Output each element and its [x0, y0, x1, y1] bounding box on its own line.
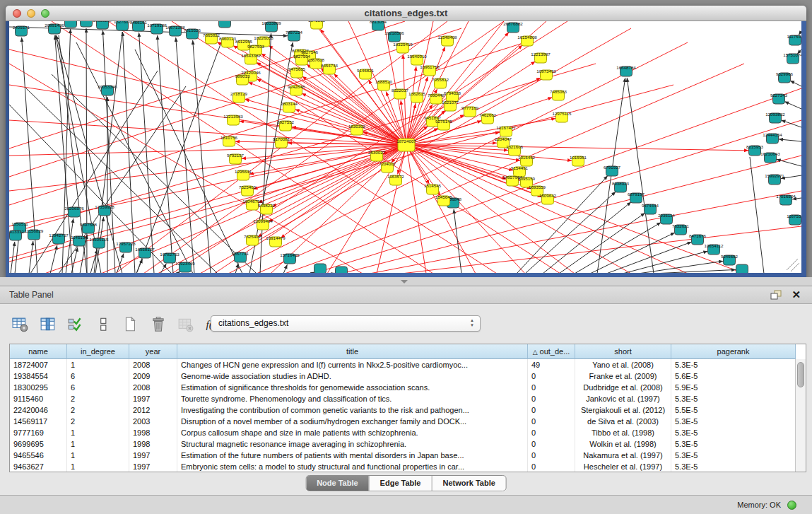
table-row[interactable]: 946362711997Embryonic stem cells: a mode…	[10, 461, 806, 472]
memory-status-label: Memory: OK	[737, 496, 781, 514]
graph-node-label: 9857791	[232, 251, 249, 256]
column-header-name[interactable]: name	[10, 344, 67, 359]
graph-node-label: 15992971	[765, 173, 784, 178]
graph-edge	[370, 191, 801, 273]
graph-node-label: 7632621	[672, 223, 690, 228]
table-cell: Dudbridge et al. (2008)	[575, 382, 671, 393]
split-divider[interactable]	[0, 277, 812, 286]
table-cell: 0	[528, 404, 575, 416]
column-header-year[interactable]: year	[129, 344, 177, 359]
graph-node-label: 17359928	[95, 204, 114, 209]
network-window-title: citations_edges.txt	[6, 6, 806, 21]
graph-node-label: 10654112	[704, 243, 724, 248]
table-cell: 6	[67, 382, 129, 393]
graph-node-label: 20891436	[45, 23, 64, 28]
graph-node[interactable]	[219, 21, 231, 28]
table-cell: 1997	[129, 450, 177, 461]
graph-node-label: 13505115	[89, 237, 109, 242]
network-svg[interactable]: 2405571208914361065525715276078466161107…	[9, 21, 801, 273]
table-panel-body: f(x) citations_edges.txt ▲▼ namein_degre…	[0, 304, 812, 495]
table-row[interactable]: 977716911998Corpus callosum shape and si…	[10, 427, 806, 438]
table-cell: 18724007	[10, 359, 67, 370]
vertical-scrollbar[interactable]	[795, 359, 806, 472]
graph-node-label: 9146821	[357, 68, 375, 73]
graph-node-label: 1163572	[387, 174, 404, 179]
table-cell: 2008	[129, 382, 177, 393]
graph-node-label: 8095159	[518, 176, 536, 181]
graph-node-label: 8912955	[235, 39, 253, 44]
vertical-boxes-icon[interactable]	[94, 315, 112, 334]
table-options-icon[interactable]	[11, 315, 30, 334]
network-window[interactable]: citations_edges.txt 24055712089143610655…	[6, 6, 806, 277]
graph-node[interactable]	[336, 267, 348, 273]
graph-node-label: 8813054	[370, 21, 387, 24]
column-header-short[interactable]: short	[575, 344, 671, 359]
divider-handle-icon[interactable]	[401, 280, 408, 284]
table-cell: Wolkin et al. (1998)	[575, 438, 671, 450]
graph-node-label: 7485063	[550, 89, 567, 94]
network-canvas[interactable]: 2405571208914361065525715276078466161107…	[9, 21, 801, 273]
table-row[interactable]: 911546021997Tourette syndrome. Phenomeno…	[10, 393, 806, 404]
row-selection-icon[interactable]	[66, 315, 85, 334]
table-row[interactable]: 1938455462009Genome-wide association stu…	[10, 370, 806, 382]
table-row[interactable]: 2242004622012Investigating the contribut…	[10, 404, 806, 416]
graph-node[interactable]	[314, 264, 326, 273]
table-cell: 0	[528, 450, 575, 461]
table-selector-dropdown[interactable]: citations_edges.txt ▲▼	[211, 315, 481, 332]
graph-edge	[606, 242, 692, 273]
graph-node-label: 1350511	[11, 221, 28, 226]
scrollbar-thumb[interactable]	[797, 362, 804, 387]
graph-node-label: 7462662	[479, 112, 497, 117]
table-body: 1872400712008Changes of HCN gene express…	[10, 359, 806, 472]
delete-rows-icon[interactable]	[149, 315, 167, 334]
table-row[interactable]: 1830029562008Estimation of significance …	[10, 382, 806, 393]
graph-node-label: 12942757	[49, 233, 69, 238]
graph-node-label: 19218586	[384, 30, 404, 35]
graph-node-label: 9475685	[288, 66, 306, 71]
memory-status-icon[interactable]	[787, 501, 796, 510]
graph-edge	[790, 81, 801, 86]
table-cell: 5.3E-5	[671, 393, 796, 404]
graph-node-label: 16543382	[241, 53, 261, 58]
graph-edge	[139, 33, 154, 273]
tab-edge-table[interactable]: Edge Table	[369, 476, 432, 491]
graph-edge	[281, 145, 406, 238]
float-window-icon[interactable]	[770, 290, 782, 300]
table-cell: 5.3E-5	[671, 427, 796, 438]
table-row[interactable]: 1872400712008Changes of HCN gene express…	[10, 359, 806, 370]
table-cell: Changes of HCN gene expression and I(f) …	[177, 359, 528, 370]
column-header-title[interactable]: title	[177, 344, 528, 359]
tab-network-table[interactable]: Network Table	[431, 476, 505, 491]
network-window-titlebar[interactable]: citations_edges.txt	[6, 6, 806, 21]
table-row[interactable]: 1456911722003Disruption of a novel membe…	[10, 416, 806, 427]
close-panel-icon[interactable]: ✕	[792, 288, 801, 302]
graph-node-label: 1295641	[235, 169, 252, 174]
graph-node-label: 18724007	[396, 139, 416, 144]
column-header-in_degree[interactable]: in_degree	[67, 344, 129, 359]
column-header-out_de[interactable]: △out_de...	[528, 344, 575, 359]
graph-node[interactable]	[81, 21, 93, 27]
graph-edge	[313, 120, 801, 273]
graph-node-label: 9245652	[721, 254, 739, 259]
column-header-pagerank[interactable]: pagerank	[671, 344, 796, 359]
table-row[interactable]: 946554611997Estimation of the future num…	[10, 450, 806, 461]
graph-node-label: 1167533	[787, 214, 801, 218]
table-cell: de Silva et al. (2003)	[575, 416, 671, 427]
graph-node-label: 10099484	[253, 218, 273, 223]
graph-edge	[779, 139, 801, 141]
show-columns-icon[interactable]	[39, 315, 57, 334]
graph-node-label: 1117548	[787, 34, 801, 39]
table-cell: 0	[528, 382, 575, 393]
table-cell: 1	[67, 461, 129, 472]
table-cell: 1	[67, 450, 129, 461]
new-table-icon[interactable]	[122, 315, 140, 334]
table-cell: 5.3E-5	[671, 359, 796, 370]
tab-node-table[interactable]: Node Table	[306, 476, 368, 491]
graph-node-label: 9227343	[770, 93, 788, 98]
table-cell: Structural magnetic resonance image aver…	[177, 438, 528, 450]
table-row[interactable]: 969969511998Structural magnetic resonanc…	[10, 438, 806, 450]
graph-node[interactable]	[65, 21, 77, 28]
graph-node-label: 8215953	[746, 144, 764, 149]
graph-node[interactable]	[736, 264, 748, 273]
table-cell: 5.3E-5	[671, 450, 796, 461]
